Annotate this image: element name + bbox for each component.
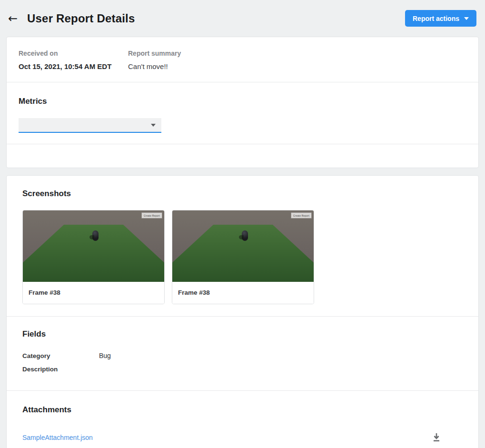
attachment-link[interactable]: SampleAttachment.json (22, 434, 93, 441)
report-actions-label: Report actions (413, 15, 459, 22)
download-button[interactable] (432, 433, 441, 442)
screenshot-caption: Frame #38 (172, 282, 314, 304)
report-detail-card: Screenshots Create Report Frame #38 Crea… (6, 175, 479, 448)
back-arrow-icon: ← (8, 12, 18, 25)
page-title: User Report Details (27, 12, 135, 25)
screenshot-image: Create Report (23, 210, 164, 282)
scene-player-capsule (242, 230, 248, 241)
report-summary-label: Report summary (128, 50, 238, 57)
fields-section: Fields Category Bug Description (7, 317, 478, 390)
screenshots-section: Screenshots Create Report Frame #38 Crea… (7, 176, 478, 316)
attachments-heading: Attachments (22, 405, 463, 415)
page-header: ← User Report Details Report actions (0, 0, 485, 37)
chevron-down-icon (151, 124, 156, 127)
fields-heading: Fields (22, 329, 463, 339)
report-summary-value: Can't move!! (128, 62, 238, 70)
screenshot-image: Create Report (172, 210, 314, 282)
screenshot-caption: Frame #38 (23, 282, 164, 304)
received-on-value: Oct 15, 2021, 10:54 AM EDT (19, 62, 128, 70)
summary-section: Received on Oct 15, 2021, 10:54 AM EDT R… (7, 37, 478, 82)
back-button[interactable]: ← (8, 11, 23, 26)
screenshot-thumbnail[interactable]: Create Report Frame #38 (172, 210, 314, 304)
metrics-select[interactable] (19, 118, 161, 133)
metrics-empty-area (7, 144, 478, 168)
scene-player-capsule (92, 230, 99, 241)
report-summary-card: Received on Oct 15, 2021, 10:54 AM EDT R… (6, 37, 479, 168)
report-actions-button[interactable]: Report actions (405, 10, 476, 27)
field-row-category: Category Bug (22, 352, 463, 359)
attachments-section: Attachments SampleAttachment.json (7, 391, 478, 448)
attachment-row: SampleAttachment.json (22, 433, 463, 442)
download-icon (432, 433, 441, 442)
screenshots-heading: Screenshots (22, 189, 463, 199)
field-rows: Category Bug Description (22, 352, 463, 373)
chevron-down-icon (464, 17, 469, 20)
screenshot-thumbnail[interactable]: Create Report Frame #38 (22, 210, 165, 304)
received-on-column: Received on Oct 15, 2021, 10:54 AM EDT (19, 50, 128, 70)
field-label: Category (22, 352, 99, 359)
scene-create-report-button: Create Report (291, 212, 312, 219)
received-on-label: Received on (19, 50, 128, 57)
field-value: Bug (99, 352, 111, 359)
metrics-section: Metrics (7, 82, 478, 144)
metrics-heading: Metrics (19, 97, 466, 106)
scene-create-report-button: Create Report (141, 212, 162, 219)
report-summary-column: Report summary Can't move!! (128, 50, 238, 70)
scene-ground (172, 210, 314, 282)
scene-ground (23, 210, 164, 282)
screenshots-row: Create Report Frame #38 Create Report Fr… (22, 210, 463, 304)
field-label: Description (22, 366, 99, 373)
field-row-description: Description (22, 366, 463, 373)
